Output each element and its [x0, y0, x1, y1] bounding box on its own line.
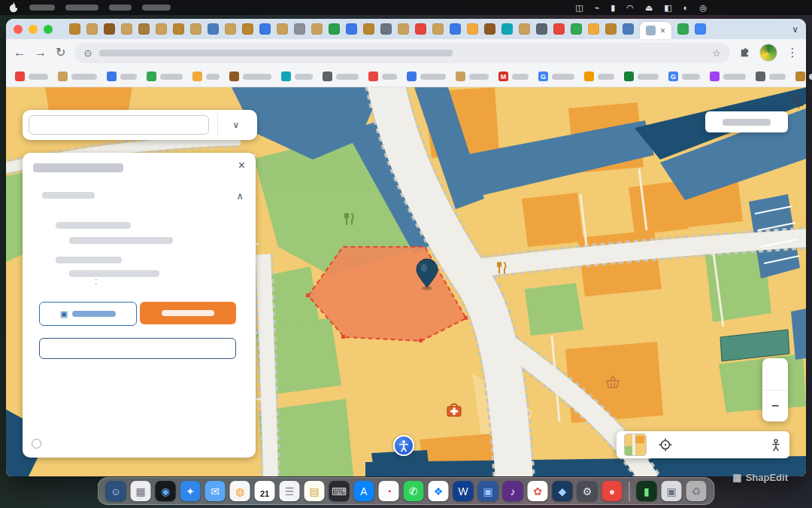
browser-tab[interactable]: [677, 23, 689, 35]
minimize-window-button[interactable]: [29, 25, 38, 34]
locate-crosshair-icon[interactable]: [659, 438, 672, 452]
dock-icon-notes[interactable]: ▤: [304, 481, 325, 501]
panel-input-field[interactable]: [39, 338, 236, 359]
search-dropdown-button[interactable]: ∨: [217, 114, 254, 136]
bookmark-item[interactable]: [281, 71, 313, 81]
bookmark-star-icon[interactable]: ☆: [712, 47, 721, 59]
dock-icon-red-app[interactable]: ●: [602, 481, 623, 501]
minimap-thumbnail[interactable]: [624, 433, 647, 456]
close-window-button[interactable]: [14, 25, 23, 34]
browser-tab[interactable]: [571, 23, 582, 35]
wifi-icon[interactable]: ◠: [626, 0, 634, 15]
browser-tab[interactable]: [415, 23, 426, 35]
apple-logo-icon[interactable]: [9, 2, 19, 13]
bookmark-item[interactable]: [756, 71, 786, 81]
browser-tab[interactable]: [398, 23, 409, 35]
siri-icon[interactable]: ◎: [699, 0, 707, 15]
profile-avatar[interactable]: [759, 44, 777, 62]
zoom-window-button[interactable]: [44, 25, 53, 34]
reload-button[interactable]: ↻: [56, 47, 65, 59]
browser-tab[interactable]: [173, 23, 184, 35]
browser-tab[interactable]: [519, 23, 530, 35]
bookmark-item[interactable]: [456, 71, 489, 81]
browser-tab[interactable]: [588, 23, 599, 35]
dock-icon-orange-app[interactable]: ◍: [230, 481, 250, 501]
bookmark-item[interactable]: [58, 71, 97, 81]
browser-tab[interactable]: [69, 23, 80, 35]
browser-tab[interactable]: [484, 23, 495, 35]
panel-close-button[interactable]: ×: [238, 159, 245, 172]
dock-icon-photos[interactable]: ✿: [528, 481, 548, 501]
dock-icon-keyboard-app[interactable]: ⌨: [329, 481, 350, 501]
dock-icon-blue-doc-app[interactable]: ▣: [478, 481, 498, 501]
site-info-icon[interactable]: ⊙: [83, 47, 92, 59]
parcel-vertex-handle[interactable]: [419, 339, 423, 342]
browser-tab[interactable]: [553, 23, 565, 35]
dock-icon-finder[interactable]: ☺: [106, 481, 126, 501]
bluetooth-icon[interactable]: ⌁: [595, 0, 600, 15]
extensions-puzzle-icon[interactable]: [739, 47, 750, 59]
browser-tab[interactable]: [536, 23, 547, 35]
bookmark-item[interactable]: [192, 71, 220, 81]
control-center-icon[interactable]: ◐: [683, 0, 689, 15]
browser-tab[interactable]: [242, 23, 253, 35]
browser-tab[interactable]: [190, 23, 201, 35]
dock-icon-app-store[interactable]: A: [354, 481, 374, 501]
browser-tab[interactable]: [277, 23, 288, 35]
dock-icon-mail[interactable]: ✉: [205, 481, 226, 501]
spotlight-icon[interactable]: ◧: [664, 0, 671, 15]
bookmark-item[interactable]: [147, 71, 183, 81]
parcel-vertex-handle[interactable]: [341, 335, 345, 339]
panel-secondary-button[interactable]: ▣: [39, 302, 137, 326]
dock-icon-blue-app[interactable]: ◆: [553, 481, 573, 501]
bookmark-item[interactable]: [15, 71, 48, 81]
browser-tab[interactable]: [695, 23, 706, 35]
menu-item-blurred[interactable]: [65, 5, 98, 11]
menu-item-blurred[interactable]: [142, 5, 171, 11]
dock-icon-safari[interactable]: ✦: [180, 481, 201, 501]
map-viewport[interactable]: alat ∨ × ∧: [6, 87, 806, 476]
dock-icon-browser-app[interactable]: ◔: [379, 481, 399, 501]
dock-icon-facetime[interactable]: ✆: [404, 481, 424, 501]
browser-tab[interactable]: [329, 23, 340, 35]
map-topright-button[interactable]: [705, 111, 788, 132]
battery-icon[interactable]: ▮: [611, 0, 615, 15]
pegman-icon[interactable]: [770, 439, 782, 452]
bookmark-item[interactable]: G: [538, 71, 574, 81]
panel-primary-button[interactable]: [140, 302, 236, 324]
bookmark-item[interactable]: M: [498, 71, 529, 81]
menu-item-blurred[interactable]: [109, 5, 132, 11]
forward-button[interactable]: →: [35, 47, 47, 59]
accessibility-button[interactable]: [393, 435, 414, 456]
parcel-vertex-handle[interactable]: [306, 294, 310, 297]
bookmark-item[interactable]: [624, 71, 659, 81]
browser-tab[interactable]: [501, 23, 513, 35]
browser-tab[interactable]: [623, 23, 634, 35]
bookmark-item[interactable]: [407, 71, 446, 81]
browser-tab[interactable]: [121, 23, 132, 35]
tab-search-chevron-icon[interactable]: ∨: [792, 24, 798, 35]
zoom-out-button[interactable]: −: [762, 391, 788, 422]
browser-tab[interactable]: [86, 23, 98, 35]
dock-icon-music-like[interactable]: ♪: [503, 481, 523, 501]
back-button[interactable]: ←: [14, 47, 26, 59]
dock-icon-word[interactable]: W: [453, 481, 474, 501]
display-icon[interactable]: ◫: [575, 0, 583, 15]
dock-icon-camera-app[interactable]: ◉: [156, 481, 176, 501]
browser-tab[interactable]: [380, 23, 392, 35]
browser-tab[interactable]: [467, 23, 478, 35]
browser-tab[interactable]: [259, 23, 271, 35]
browser-menu-kebab-icon[interactable]: ⋮: [786, 47, 798, 59]
dock-icon-photos-like[interactable]: ❖: [429, 481, 449, 501]
dock-icon-trash[interactable]: ♻: [686, 481, 707, 501]
eject-icon[interactable]: ⏏: [645, 0, 653, 15]
dock-icon-reminders[interactable]: ☰: [280, 481, 300, 501]
dock-icon-terminal[interactable]: ▮: [637, 481, 657, 501]
panel-collapse-chevron-icon[interactable]: ∧: [236, 190, 244, 202]
tab-close-icon[interactable]: ×: [660, 26, 665, 35]
dock-icon-launchpad[interactable]: ▦: [131, 481, 151, 501]
browser-tab[interactable]: [432, 23, 444, 35]
bookmark-item[interactable]: [710, 71, 746, 81]
dock-icon-calendar[interactable]: 21: [255, 481, 275, 501]
browser-tab[interactable]: [156, 23, 167, 35]
